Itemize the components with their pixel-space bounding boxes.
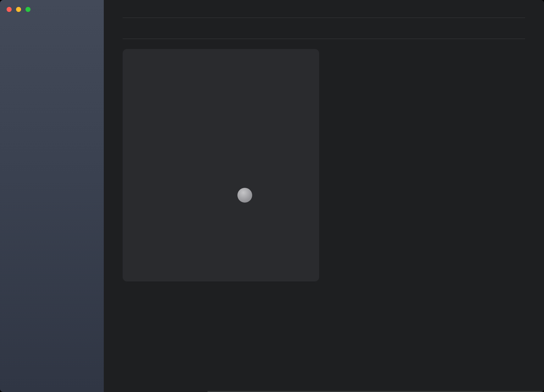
sidebar [0, 0, 104, 392]
divider [123, 39, 525, 39]
zoom-button[interactable] [25, 7, 31, 12]
main-content [104, 0, 544, 392]
close-button[interactable] [7, 7, 12, 12]
minimize-button[interactable] [16, 7, 21, 12]
window-controls [0, 0, 104, 18]
app-window [0, 0, 544, 392]
thermal-section [123, 49, 525, 281]
divider [123, 18, 525, 18]
cpu-thermal-card [123, 49, 319, 281]
